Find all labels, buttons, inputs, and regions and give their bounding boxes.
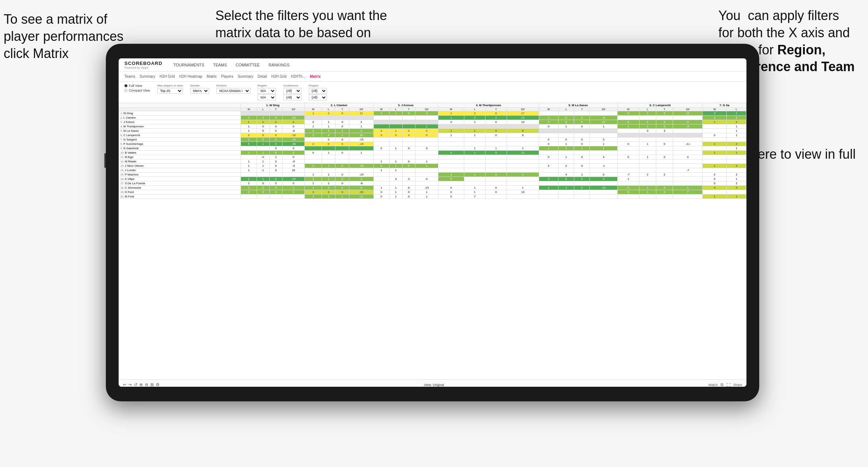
table-row: 1. W Ding 12011 110-2 12017 01013 02: [119, 111, 746, 116]
nav-committee[interactable]: COMMITTEE: [236, 63, 260, 67]
tab-h2h-grid2[interactable]: H2H Grid: [271, 74, 287, 78]
players-select1[interactable]: (All): [309, 88, 327, 94]
tab-players[interactable]: Players: [221, 74, 233, 78]
tab-summary[interactable]: Summary: [139, 74, 155, 78]
table-row: 2. L Clanton 210-16 10113 100-6 22: [119, 116, 746, 120]
undo-icon[interactable]: ↩: [123, 382, 126, 387]
compact-view-option[interactable]: Compact View: [124, 89, 150, 92]
players-label: Players: [309, 84, 327, 87]
col-sub-t5: T: [574, 108, 590, 111]
col-sub-t2: T: [335, 108, 349, 111]
region-filter: Region N/A N/A: [258, 84, 276, 100]
conference-select1[interactable]: (All): [283, 88, 302, 94]
col-header-wding: 1. W Ding: [241, 103, 305, 108]
col-sub-t4: T: [485, 108, 507, 111]
players-filter: Players (All) (All): [309, 84, 327, 100]
col-sub-w4: W: [438, 108, 464, 111]
division-filter: Division NCAA Division I: [216, 84, 250, 94]
col-sub-dif2: Dif: [349, 108, 373, 111]
players-select2[interactable]: (All): [309, 94, 327, 100]
tab-summary2[interactable]: Summary: [238, 74, 253, 78]
table-row: 13. J Skov Olesen 110-3 210-19 0101 220-…: [119, 164, 746, 168]
region-select2[interactable]: N/A: [258, 94, 276, 100]
gender-select[interactable]: Men's: [190, 88, 209, 94]
col-sub-l2: L: [322, 108, 335, 111]
col-header-mlasasso: 5. M La Sasso: [539, 103, 617, 108]
main-nav: TOURNAMENTS TEAMS COMMITTEE RANKINGS: [173, 63, 289, 67]
division-select[interactable]: NCAA Division I: [216, 88, 250, 94]
app-header: SCOREBOARD Powered by clippd TOURNAMENTS…: [119, 58, 746, 72]
tablet-screen: SCOREBOARD Powered by clippd TOURNAMENTS…: [119, 58, 746, 387]
col-sub-w1: W: [241, 108, 257, 111]
nav-teams[interactable]: TEAMS: [213, 63, 227, 67]
redo-icon[interactable]: ↪: [128, 382, 132, 387]
tab-h2h-grid[interactable]: H2H Grid: [160, 74, 175, 78]
fit-icon[interactable]: ⊞: [150, 382, 154, 387]
full-view-label: Full View: [129, 84, 142, 88]
zoom-out-icon[interactable]: ⊖: [145, 382, 148, 387]
conference-select2[interactable]: (All): [283, 94, 302, 100]
nav-tournaments[interactable]: TOURNAMENTS: [173, 63, 204, 67]
col-sub-dif6: Dif: [673, 108, 703, 111]
screen-icon[interactable]: ⧉: [721, 382, 723, 387]
table-row: 9. N Gabrelcik 00 0109 111 1111 1: [119, 146, 746, 151]
toolbar-right: Watch ⧉ ⛶ Share: [708, 382, 742, 387]
compact-view-radio[interactable]: [124, 89, 127, 92]
settings-icon[interactable]: ⚙: [156, 382, 160, 387]
nav-rankings[interactable]: RANKINGS: [269, 63, 289, 67]
col-sub-l7: L: [727, 108, 746, 111]
table-row: 11. M Ege 010 0104 0104: [119, 155, 746, 159]
tab-detail[interactable]: Detail: [258, 74, 267, 78]
zoom-icon[interactable]: ⊕: [139, 382, 143, 387]
fullscreen-icon[interactable]: ⛶: [726, 383, 730, 387]
share-label[interactable]: Share: [733, 383, 742, 387]
division-label: Division: [216, 84, 250, 87]
filters-area: Full View Compact View Max players in vi…: [119, 82, 746, 103]
full-view-option[interactable]: Full View: [124, 84, 150, 88]
table-row: 14. J Lundin 11010 11 -7: [119, 168, 746, 173]
col-sub-w5: W: [539, 108, 558, 111]
toolbar-center: View: Original: [424, 383, 444, 387]
tab-matrix[interactable]: Matrix: [207, 74, 216, 78]
matrix-content: 1. W Ding 2. L Clanton 3. J Koivun 4. M …: [119, 103, 746, 379]
refresh-icon[interactable]: ↺: [134, 382, 137, 387]
table-row: 4. M Thorbjornsen 1000 1101 2 0101 110-6…: [119, 124, 746, 129]
tab-teams[interactable]: Teams: [124, 74, 135, 78]
max-players-select[interactable]: Top 25: [157, 88, 183, 94]
tab-h2hth[interactable]: H2HTh...: [291, 74, 306, 78]
col-sub-empty: [119, 108, 241, 111]
watch-label[interactable]: Watch: [708, 383, 718, 387]
table-row: 18. C Sherwood 2001 1300 110-15 0101 220…: [119, 186, 746, 190]
table-row: 7. G Sargent 200-16 20-15 0003: [119, 138, 746, 142]
col-header-gsa: 7. G Sa: [703, 103, 746, 108]
table-row: 20. M Ford 331-11 0101 07 11: [119, 194, 746, 199]
region-select1[interactable]: N/A: [258, 88, 276, 94]
full-view-radio[interactable]: [124, 84, 127, 87]
col-sub-t3: T: [402, 108, 415, 111]
region-label: Region: [258, 84, 276, 87]
col-sub-t1: T: [269, 108, 282, 111]
table-row: 17. S De La Fuente 2000 110-8 02: [119, 181, 746, 186]
col-header-clamp: 6. C Lamprecht: [618, 103, 703, 108]
player-name: 1. W Ding: [119, 111, 241, 116]
gender-filter: Gender Men's: [190, 84, 209, 94]
tab-h2h-heatmap[interactable]: H2H Heatmap: [179, 74, 202, 78]
col-sub-dif1: Dif: [282, 108, 305, 111]
tablet-side-button: [104, 153, 106, 168]
col-sub-t6: T: [656, 108, 673, 111]
table-row: 5. M La Sasso 150-6 2411 0100 1106 03 1: [119, 129, 746, 133]
max-players-label: Max players in view: [157, 84, 183, 87]
matrix-table: 1. W Ding 2. L Clanton 3. J Koivun 4. M …: [119, 103, 746, 199]
col-sub-dif5: Dif: [590, 108, 618, 111]
col-header-jkoivun: 3. J Koivun: [373, 103, 438, 108]
col-header-lclanton: 2. L Clanton: [305, 103, 373, 108]
toolbar-left: ↩ ↪ ↺ ⊕ ⊖ ⊞ ⚙: [123, 382, 160, 387]
tablet-frame: SCOREBOARD Powered by clippd TOURNAMENTS…: [106, 44, 759, 401]
table-row: 10. B Valdes 1100 0101 01011 11: [119, 151, 746, 155]
table-row: 3. J Koivun 1102 0102 01013 04011 0103 1…: [119, 120, 746, 124]
tab-matrix-active[interactable]: Matrix: [310, 74, 320, 78]
logo-title: SCOREBOARD: [124, 61, 162, 66]
gender-label: Gender: [190, 84, 209, 87]
col-sub-w2: W: [305, 108, 322, 111]
table-row: 19. D Ford 2001 240-20 0101 01013 0107: [119, 190, 746, 194]
